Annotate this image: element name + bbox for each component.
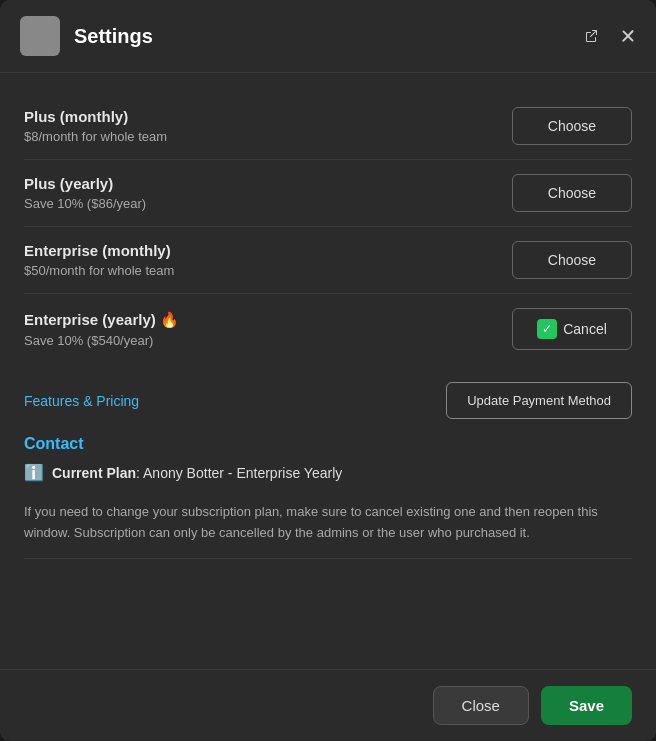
choose-plan-button-plus-yearly[interactable]: Choose [512,174,632,212]
info-text: If you need to change your subscription … [24,494,632,544]
current-plan-row: ℹ️ Current Plan: Anony Botter - Enterpri… [24,463,632,482]
plan-info-plus-yearly: Plus (yearly)Save 10% ($86/year) [24,175,146,211]
current-plan-label: Current Plan: Anony Botter - Enterprise … [52,465,342,481]
plan-row-enterprise-monthly: Enterprise (monthly)$50/month for whole … [24,227,632,294]
contact-section: Contact ℹ️ Current Plan: Anony Botter - … [24,429,632,559]
links-row: Features & Pricing Update Payment Method [24,364,632,429]
plan-info-enterprise-yearly: Enterprise (yearly) 🔥Save 10% ($540/year… [24,311,179,348]
modal-title: Settings [74,25,153,48]
contact-title[interactable]: Contact [24,435,632,453]
plan-info-enterprise-monthly: Enterprise (monthly)$50/month for whole … [24,242,174,278]
plan-name-plus-yearly: Plus (yearly) [24,175,146,192]
title-bar-actions [580,24,640,48]
cancel-plan-button-enterprise-yearly[interactable]: ✓Cancel [512,308,632,350]
close-icon [620,28,636,44]
external-link-button[interactable] [580,24,604,48]
plan-desc-enterprise-monthly: $50/month for whole team [24,263,174,278]
info-icon: ℹ️ [24,463,44,482]
close-button[interactable] [616,24,640,48]
close-footer-button[interactable]: Close [433,686,529,725]
plan-row-enterprise-yearly: Enterprise (yearly) 🔥Save 10% ($540/year… [24,294,632,364]
plan-row-plus-monthly: Plus (monthly)$8/month for whole teamCho… [24,93,632,160]
checkmark-icon: ✓ [537,319,557,339]
save-button[interactable]: Save [541,686,632,725]
plan-row-plus-yearly: Plus (yearly)Save 10% ($86/year)Choose [24,160,632,227]
plan-info-plus-monthly: Plus (monthly)$8/month for whole team [24,108,167,144]
plan-name-enterprise-yearly: Enterprise (yearly) 🔥 [24,311,179,329]
plan-name-plus-monthly: Plus (monthly) [24,108,167,125]
choose-plan-button-enterprise-monthly[interactable]: Choose [512,241,632,279]
cancel-label: Cancel [563,321,607,337]
main-content: Plus (monthly)$8/month for whole teamCho… [0,73,656,669]
plans-list: Plus (monthly)$8/month for whole teamCho… [24,93,632,364]
app-icon [20,16,60,56]
plan-name-enterprise-monthly: Enterprise (monthly) [24,242,174,259]
plan-desc-enterprise-yearly: Save 10% ($540/year) [24,333,179,348]
settings-modal: Settings Plus (monthly)$8/month for whol… [0,0,656,741]
choose-plan-button-plus-monthly[interactable]: Choose [512,107,632,145]
plan-desc-plus-yearly: Save 10% ($86/year) [24,196,146,211]
external-link-icon [584,28,600,44]
footer: Close Save [0,669,656,741]
update-payment-button[interactable]: Update Payment Method [446,382,632,419]
plan-desc-plus-monthly: $8/month for whole team [24,129,167,144]
title-bar: Settings [0,0,656,73]
features-pricing-link[interactable]: Features & Pricing [24,393,139,409]
